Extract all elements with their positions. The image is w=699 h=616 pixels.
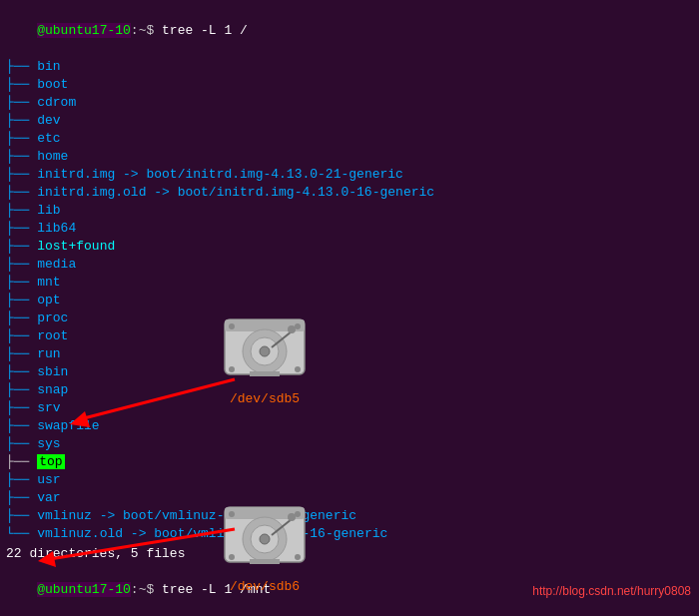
tree-entry-root: ├── root (6, 327, 693, 345)
tree-entry-initrd: ├── initrd.img -> boot/initrd.img-4.13.0… (6, 166, 693, 184)
tree-entry-opt: ├── opt (6, 292, 693, 309)
tree-entry-lib64: ├── lib64 (6, 220, 693, 238)
watermark: http://blog.csdn.net/hurry0808 (532, 584, 691, 598)
tree-entry-etc: ├── etc (6, 130, 693, 148)
terminal-window: @ubuntu17-10:~$ tree -L 1 / ├── bin ├── … (0, 0, 699, 616)
command-line-1: @ubuntu17-10:~$ tree -L 1 / (6, 4, 693, 58)
svg-point-18 (288, 513, 296, 521)
tree-entry-proc: ├── proc (6, 309, 693, 327)
svg-point-20 (295, 511, 301, 517)
svg-point-16 (260, 534, 270, 544)
arrow-2 (20, 519, 240, 583)
tree-entry-top: ├── top (6, 453, 693, 471)
tree-entry-lib: ├── lib (6, 202, 693, 220)
arrow-1-svg (50, 369, 240, 429)
tree-entry-lost-found: ├── lost+found (6, 238, 693, 256)
svg-point-22 (295, 554, 301, 560)
svg-marker-25 (70, 411, 90, 427)
tree-entry-mnt: ├── mnt (6, 274, 693, 292)
tree-entry-sys: ├── sys (6, 435, 693, 453)
tree-entry-media: ├── media (6, 256, 693, 274)
tree-entry-dev: ├── dev (6, 112, 693, 130)
tree-entry-bin: ├── bin (6, 58, 693, 76)
tree-entry-usr: ├── usr (6, 471, 693, 489)
tree-entry-run: ├── run (6, 345, 693, 363)
prompt-2-user: @ubuntu17-10 (37, 582, 131, 597)
svg-rect-11 (250, 371, 280, 376)
arrow-1 (50, 369, 240, 433)
tree-entry-var: ├── var (6, 489, 693, 507)
tree-entry-home: ├── home (6, 148, 693, 166)
tree-entry-boot: ├── boot (6, 76, 693, 94)
tree-entry-initrd-old: ├── initrd.img.old -> boot/initrd.img-4.… (6, 184, 693, 202)
arrow-2-svg (20, 519, 240, 579)
top-highlight: top (37, 454, 64, 469)
svg-point-19 (229, 511, 235, 517)
svg-point-6 (288, 325, 296, 333)
svg-line-24 (80, 379, 235, 419)
prompt-1: @ubuntu17-10:~$ (37, 23, 154, 38)
svg-point-8 (295, 323, 301, 329)
svg-point-4 (260, 346, 270, 356)
tree-entry-cdrom: ├── cdrom (6, 94, 693, 112)
svg-point-7 (229, 323, 235, 329)
cmd-text-1: tree -L 1 / (154, 23, 248, 38)
svg-point-10 (295, 366, 301, 372)
svg-rect-23 (250, 559, 280, 564)
svg-marker-27 (38, 551, 56, 567)
svg-line-26 (50, 529, 235, 559)
